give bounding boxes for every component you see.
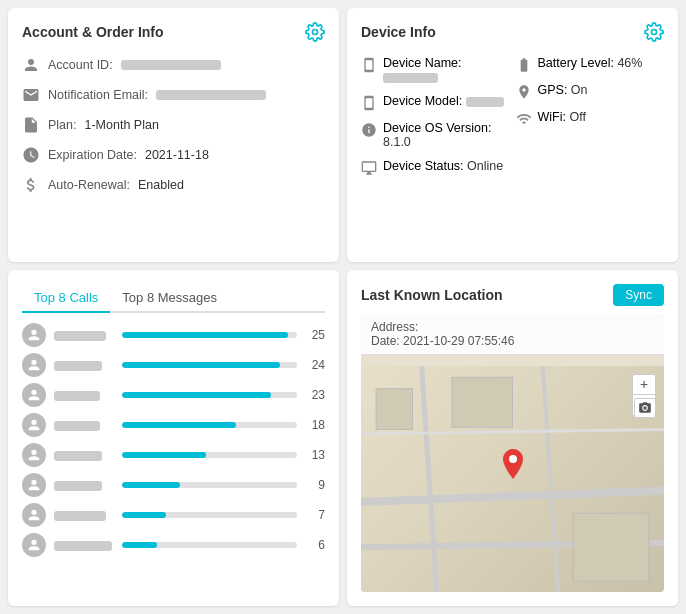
device-os-value: 8.1.0 bbox=[383, 135, 411, 149]
map-marker bbox=[501, 449, 525, 479]
battery-icon bbox=[516, 57, 532, 73]
account-gear-icon[interactable] bbox=[305, 22, 325, 42]
device-gear-icon[interactable] bbox=[644, 22, 664, 42]
gps-value: On bbox=[571, 83, 588, 97]
date-label: Date: bbox=[371, 334, 400, 348]
zoom-in-button[interactable]: + bbox=[633, 375, 655, 395]
monitor-icon bbox=[361, 160, 377, 176]
map-container: Address: Date: 2021-10-29 07:55:46 bbox=[361, 314, 664, 593]
call-bar-container bbox=[122, 482, 297, 488]
call-name bbox=[54, 507, 114, 522]
call-count: 24 bbox=[305, 358, 325, 372]
account-id-label: Account ID: bbox=[48, 58, 113, 72]
svg-point-10 bbox=[509, 455, 517, 463]
call-bar-fill bbox=[122, 332, 288, 338]
tab-top-messages[interactable]: Top 8 Messages bbox=[110, 284, 229, 313]
location-title: Last Known Location bbox=[361, 287, 503, 303]
document-icon bbox=[22, 116, 40, 134]
map-body: + − bbox=[361, 366, 664, 593]
address-line: Address: bbox=[371, 320, 654, 334]
avatar bbox=[22, 383, 46, 407]
call-count: 18 bbox=[305, 418, 325, 432]
call-bar-fill bbox=[122, 422, 236, 428]
gps-row: GPS: On bbox=[516, 83, 665, 100]
person-avatar-icon bbox=[26, 447, 42, 463]
svg-rect-9 bbox=[573, 513, 649, 581]
call-name-blurred bbox=[54, 421, 100, 431]
device-os-row: Device OS Version: 8.1.0 bbox=[361, 121, 510, 149]
wifi-row: WiFi: Off bbox=[516, 110, 665, 127]
plan-label: Plan: bbox=[48, 118, 77, 132]
call-item: 9 bbox=[22, 473, 325, 497]
call-list: 25 24 bbox=[22, 323, 325, 557]
person-icon bbox=[22, 56, 40, 74]
call-count: 7 bbox=[305, 508, 325, 522]
expiration-value: 2021-11-18 bbox=[145, 148, 209, 162]
device-info-card: Device Info Device Name: Device Model: bbox=[347, 8, 678, 262]
avatar bbox=[22, 323, 46, 347]
auto-renewal-label: Auto-Renewal: bbox=[48, 178, 130, 192]
call-count: 6 bbox=[305, 538, 325, 552]
call-bar-container bbox=[122, 392, 297, 398]
location-card: Last Known Location Sync Address: Date: … bbox=[347, 270, 678, 607]
call-name bbox=[54, 327, 114, 342]
clock-icon bbox=[22, 146, 40, 164]
device-name-value bbox=[383, 73, 438, 83]
call-name bbox=[54, 537, 114, 552]
phone-icon bbox=[361, 57, 377, 73]
call-bar-container bbox=[122, 512, 297, 518]
call-item: 13 bbox=[22, 443, 325, 467]
info-icon bbox=[361, 122, 377, 138]
expiration-label: Expiration Date: bbox=[48, 148, 137, 162]
device-os-label: Device OS Version: 8.1.0 bbox=[383, 121, 510, 149]
avatar bbox=[22, 443, 46, 467]
person-avatar-icon bbox=[26, 417, 42, 433]
map-overlay: Address: Date: 2021-10-29 07:55:46 bbox=[361, 314, 664, 355]
device-card-header: Device Info bbox=[361, 22, 664, 42]
address-label: Address: bbox=[371, 320, 418, 334]
account-order-card: Account & Order Info Account ID: Notific… bbox=[8, 8, 339, 262]
device-name-row: Device Name: bbox=[361, 56, 510, 84]
sync-button[interactable]: Sync bbox=[613, 284, 664, 306]
wifi-label: WiFi: Off bbox=[538, 110, 586, 124]
call-bar-fill bbox=[122, 452, 206, 458]
auto-renewal-row: Auto-Renewal: Enabled bbox=[22, 176, 325, 194]
plan-value: 1-Month Plan bbox=[85, 118, 159, 132]
tab-top-calls[interactable]: Top 8 Calls bbox=[22, 284, 110, 313]
mobile-icon bbox=[361, 95, 377, 111]
calls-messages-card: Top 8 Calls Top 8 Messages 25 bbox=[8, 270, 339, 607]
call-name-blurred bbox=[54, 361, 102, 371]
account-id-row: Account ID: bbox=[22, 56, 325, 74]
camera-button[interactable] bbox=[634, 398, 656, 418]
notification-email-value bbox=[156, 90, 266, 100]
avatar bbox=[22, 413, 46, 437]
call-count: 25 bbox=[305, 328, 325, 342]
svg-point-1 bbox=[652, 30, 657, 35]
person-avatar-icon bbox=[26, 387, 42, 403]
call-count: 23 bbox=[305, 388, 325, 402]
call-bar-container bbox=[122, 422, 297, 428]
call-name bbox=[54, 357, 114, 372]
svg-point-0 bbox=[313, 30, 318, 35]
call-name-blurred bbox=[54, 391, 100, 401]
call-bar-fill bbox=[122, 512, 166, 518]
svg-rect-8 bbox=[452, 377, 513, 427]
person-avatar-icon bbox=[26, 327, 42, 343]
wifi-icon bbox=[516, 111, 532, 127]
person-avatar-icon bbox=[26, 507, 42, 523]
avatar bbox=[22, 353, 46, 377]
call-count: 13 bbox=[305, 448, 325, 462]
call-bar-fill bbox=[122, 482, 180, 488]
svg-rect-7 bbox=[376, 388, 412, 429]
device-name-label: Device Name: bbox=[383, 56, 510, 84]
notification-email-label: Notification Email: bbox=[48, 88, 148, 102]
date-line: Date: 2021-10-29 07:55:46 bbox=[371, 334, 654, 348]
battery-row: Battery Level: 46% bbox=[516, 56, 665, 73]
call-name-blurred bbox=[54, 541, 112, 551]
person-avatar-icon bbox=[26, 477, 42, 493]
gps-icon bbox=[516, 84, 532, 100]
call-name-blurred bbox=[54, 511, 106, 521]
call-item: 23 bbox=[22, 383, 325, 407]
device-model-value bbox=[466, 97, 504, 107]
call-item: 6 bbox=[22, 533, 325, 557]
